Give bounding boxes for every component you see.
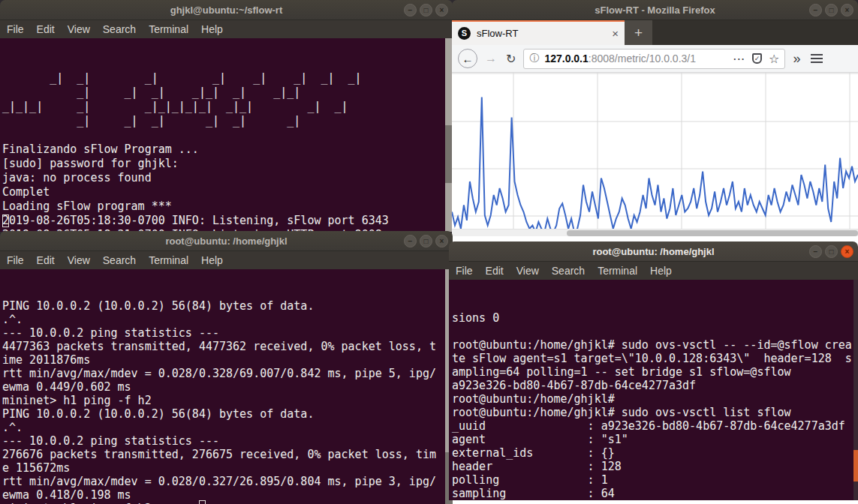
menu-view[interactable]: View: [516, 265, 546, 277]
terminal2-viewport[interactable]: PING 10.0.0.2 (10.0.0.2) 56(84) bytes of…: [0, 269, 453, 504]
new-tab-button[interactable]: +: [625, 20, 652, 45]
chart-line: [452, 98, 858, 232]
terminal3-window-controls: − □ ×: [809, 245, 853, 258]
close-button[interactable]: ×: [435, 235, 448, 248]
overflow-chevron-icon[interactable]: »: [793, 51, 800, 67]
close-button[interactable]: ×: [841, 245, 853, 258]
terminal3-scrollbar[interactable]: [853, 280, 858, 500]
menu-file[interactable]: File: [456, 265, 480, 277]
terminal2-window-controls: − □ ×: [404, 235, 448, 248]
menu-help[interactable]: Help: [201, 23, 230, 35]
menu-file[interactable]: File: [7, 23, 31, 35]
maximize-button[interactable]: □: [420, 4, 432, 16]
tab-sflow-rt[interactable]: S sFlow-RT ×: [452, 20, 625, 45]
menu-terminal[interactable]: Terminal: [149, 23, 195, 35]
desktop: ghjkl@ubuntu:~/sflow-rt − □ × File Edit …: [0, 0, 858, 504]
minimize-button[interactable]: −: [809, 245, 822, 258]
terminal2-titlebar[interactable]: root@ubuntu: /home/ghjkl − □ ×: [0, 231, 453, 251]
terminal3-title: root@ubuntu: /home/ghjkl: [592, 246, 714, 257]
url-bar[interactable]: ⓘ 127.0.0.1:8008/metric/10.0.0.3/1 ··· ✓…: [523, 49, 785, 69]
minimize-button[interactable]: −: [404, 4, 417, 16]
terminal1-viewport[interactable]: _| _| _| _| _| _| _| _| _| _| _| _|_| _|…: [0, 38, 453, 232]
menu-view[interactable]: View: [68, 23, 97, 35]
minimize-button[interactable]: −: [809, 4, 822, 16]
terminal1-menubar: File Edit View Search Terminal Help: [0, 20, 453, 38]
menu-help[interactable]: Help: [201, 254, 230, 266]
terminal3-scrollbar-thumb[interactable]: [853, 450, 858, 482]
back-button[interactable]: ←: [458, 49, 477, 68]
menu-search[interactable]: Search: [103, 23, 143, 35]
menu-search[interactable]: Search: [103, 254, 143, 266]
menu-edit[interactable]: Edit: [486, 265, 510, 277]
menu-terminal[interactable]: Terminal: [149, 254, 195, 266]
menu-help[interactable]: Help: [650, 265, 679, 277]
menu-edit[interactable]: Edit: [37, 254, 62, 266]
site-info-icon[interactable]: ⓘ: [529, 52, 539, 65]
terminal2-cursor: [199, 500, 206, 504]
menu-search[interactable]: Search: [552, 265, 592, 277]
menu-view[interactable]: View: [68, 254, 97, 266]
menu-file[interactable]: File: [7, 254, 31, 266]
terminal2-menubar: File Edit View Search Terminal Help: [0, 251, 453, 269]
terminal1-window-controls: − □ ×: [404, 4, 448, 16]
url-text: 127.0.0.1:8008/metric/10.0.0.3/1: [544, 52, 727, 64]
forward-button[interactable]: →: [485, 52, 497, 65]
reload-button[interactable]: ↻: [506, 52, 516, 66]
firefox-window-controls: − □ ×: [809, 4, 853, 16]
terminal3-titlebar[interactable]: root@ubuntu: /home/ghjkl − □ ×: [449, 242, 858, 262]
menu-hamburger-icon[interactable]: [811, 52, 823, 65]
maximize-button[interactable]: □: [420, 235, 432, 248]
terminal-window-mininet: root@ubuntu: /home/ghjkl − □ × File Edit…: [0, 231, 453, 504]
bookmark-star-icon[interactable]: ☆: [769, 52, 779, 66]
sflow-favicon-icon: S: [458, 27, 471, 40]
maximize-button[interactable]: □: [825, 4, 838, 16]
menu-edit[interactable]: Edit: [37, 23, 62, 35]
terminal1-title: ghjkl@ubuntu:~/sflow-rt: [170, 4, 283, 16]
tab-close-icon[interactable]: ×: [612, 27, 619, 40]
firefox-title: sFlow-RT - Mozilla Firefox: [595, 4, 715, 16]
maximize-button[interactable]: □: [825, 245, 838, 258]
terminal-window-sflow-rt: ghjkl@ubuntu:~/sflow-rt − □ × File Edit …: [0, 0, 453, 232]
terminal2-output: PING 10.0.0.2 (10.0.0.2) 56(84) bytes of…: [0, 298, 453, 504]
page-horizontal-scrollbar-thumb[interactable]: [567, 230, 858, 236]
minimize-button[interactable]: −: [404, 235, 417, 248]
terminal1-output: _| _| _| _| _| _| _| _| _| _| _| _|_| _|…: [0, 67, 453, 232]
firefox-tabbar: S sFlow-RT × +: [452, 20, 858, 45]
terminal2-title: root@ubuntu: /home/ghjkl: [165, 236, 287, 247]
terminal1-cursor: [2, 214, 9, 227]
page-actions-icon[interactable]: ···: [733, 53, 745, 64]
tab-label: sFlow-RT: [477, 28, 612, 39]
firefox-navbar: ← → ↻ ⓘ 127.0.0.1:8008/metric/10.0.0.3/1…: [452, 45, 858, 73]
page-horizontal-scrollbar[interactable]: [452, 229, 858, 236]
terminal1-titlebar[interactable]: ghjkl@ubuntu:~/sflow-rt − □ ×: [0, 0, 453, 20]
terminal3-menubar: File Edit View Search Terminal Help: [449, 262, 858, 280]
menu-terminal[interactable]: Terminal: [598, 265, 644, 277]
shield-check-icon[interactable]: ✓: [752, 53, 762, 64]
firefox-titlebar[interactable]: sFlow-RT - Mozilla Firefox − □ ×: [452, 0, 858, 20]
url-host: 127.0.0.1: [544, 52, 588, 64]
terminal3-output: sions 0 root@ubuntu:/home/ghjkl# sudo ov…: [449, 308, 858, 500]
close-button[interactable]: ×: [435, 4, 448, 16]
url-path: :8008/metric/10.0.0.3/1: [589, 52, 696, 64]
terminal-window-ovs: root@ubuntu: /home/ghjkl − □ × File Edit…: [449, 242, 858, 500]
close-button[interactable]: ×: [841, 4, 853, 16]
terminal3-viewport[interactable]: sions 0 root@ubuntu:/home/ghjkl# sudo ov…: [449, 280, 858, 500]
